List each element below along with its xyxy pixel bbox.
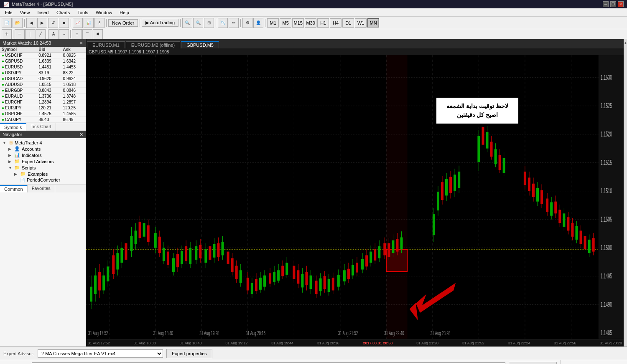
tab-tick-chart[interactable]: Tick Chart <box>26 123 56 131</box>
expert-properties-button[interactable]: Expert properties <box>166 349 212 358</box>
market-row[interactable]: ●USDJPY 83.19 83.22 <box>0 70 86 76</box>
market-row[interactable]: ●EURGBP 0.8843 0.8846 <box>0 88 86 94</box>
market-symbol: ●EURAUD <box>0 94 37 99</box>
vline-btn[interactable]: │ <box>25 29 35 39</box>
symbol-properties-button[interactable]: Symbol properties <box>509 362 557 364</box>
market-ask: 1.4453 <box>61 64 86 70</box>
tf-m1[interactable]: M1 <box>267 18 279 28</box>
nav-expert-advisors[interactable]: ▶ 📁 Expert Advisors <box>2 158 84 164</box>
objects-btn[interactable]: ✏ <box>229 18 239 28</box>
autotrading-button[interactable]: ▶ AutoTrading <box>142 19 178 27</box>
expert-advisor-label: Expert Advisor: <box>3 351 34 356</box>
tf-h1[interactable]: H1 <box>317 18 329 28</box>
market-row[interactable]: ●EURJPY 120.21 120.25 <box>0 105 86 111</box>
delete-btn[interactable]: ✖ <box>93 29 103 39</box>
line-chart-btn[interactable]: 📈 <box>73 18 83 28</box>
symbol-select[interactable]: GBPUSD, Great Britain Pound vs US Dollar <box>32 362 505 364</box>
market-row[interactable]: ●GBPCHF 1.4575 1.4585 <box>0 111 86 117</box>
template-btn[interactable]: ⚙ <box>242 18 252 28</box>
chart-tab-eurusd-m1[interactable]: EURUSD,M1 <box>87 41 125 48</box>
text-btn[interactable]: A <box>48 29 59 39</box>
crosshair-btn[interactable]: ✛ <box>2 29 12 39</box>
svg-rect-132 <box>315 281 318 294</box>
svg-rect-163 <box>386 55 407 339</box>
candle-btn[interactable]: 🕯 <box>94 18 104 28</box>
tf-m5[interactable]: M5 <box>280 18 291 28</box>
nav-period-converter[interactable]: 📄 PeriodConverter <box>2 177 84 183</box>
ea-select[interactable]: 2 MA Crosses Mega filter EA V1.ex4 <box>38 349 163 358</box>
chart-tab-gbpusd-m5[interactable]: GBPUSD,M5 <box>181 41 219 48</box>
window-controls[interactable]: ─ ❐ ✕ <box>603 1 624 7</box>
menu-file[interactable]: File <box>2 9 16 16</box>
nav-accounts[interactable]: ▶ 👤 Accounts <box>2 146 84 152</box>
svg-rect-120 <box>285 263 288 275</box>
market-watch-close[interactable]: ✕ <box>79 40 83 46</box>
market-bid: 1.4575 <box>37 111 61 117</box>
tf-m15[interactable]: M15 <box>292 18 304 28</box>
new-order-button[interactable]: New Order <box>108 19 138 27</box>
chart-tab-eurusd-m2[interactable]: EURUSD,M2 (offline) <box>126 41 180 48</box>
tab-favorites[interactable]: Favorites <box>28 185 55 192</box>
tf-h4[interactable]: H4 <box>330 18 342 28</box>
svg-rect-220 <box>563 213 565 227</box>
menu-view[interactable]: View <box>17 9 33 16</box>
svg-text:1.1510: 1.1510 <box>601 187 612 195</box>
tf-w1[interactable]: W1 <box>355 18 367 28</box>
market-row[interactable]: ●EURAUD 1.3736 1.3748 <box>0 94 86 99</box>
grid-btn[interactable]: ⊞ <box>204 18 214 28</box>
navigator-close[interactable]: ✕ <box>79 132 83 137</box>
svg-text:1.1515: 1.1515 <box>601 159 612 166</box>
tab-common[interactable]: Common <box>0 185 28 192</box>
svg-rect-154 <box>365 255 368 267</box>
period-sep-btn[interactable]: ≡ <box>72 29 82 39</box>
open-btn[interactable]: 📂 <box>13 18 23 28</box>
tf-d1[interactable]: D1 <box>342 18 354 28</box>
market-row[interactable]: ●EURCHF 1.2894 1.2897 <box>0 99 86 105</box>
time-labels: 31 Aug 17:52 31 Aug 18:08 31 Aug 18:40 3… <box>88 341 622 345</box>
reload-btn[interactable]: ↺ <box>48 18 58 28</box>
time-10: 31 Aug 22:56 <box>554 341 576 345</box>
menu-insert[interactable]: Insert <box>34 9 52 16</box>
hline-btn[interactable]: ─ <box>15 29 25 39</box>
svg-rect-40 <box>102 276 105 291</box>
menu-help[interactable]: Help <box>116 9 133 16</box>
annotation-box: لاحظ توقيت بداية الشمعهاصبح كل دقيقتين <box>436 97 519 124</box>
svg-rect-204 <box>528 177 530 191</box>
zoom-in-btn[interactable]: 🔍 <box>182 18 192 28</box>
market-row[interactable]: ●EURUSD 1.4451 1.4453 <box>0 64 86 70</box>
close-button[interactable]: ✕ <box>618 1 624 7</box>
menu-tools[interactable]: Tools <box>74 9 92 16</box>
stop-btn[interactable]: ■ <box>59 18 69 28</box>
tf-mn[interactable]: MN <box>367 18 379 28</box>
menu-charts[interactable]: Charts <box>53 9 73 16</box>
nav-indicators[interactable]: ▶ 📊 Indicators <box>2 152 84 158</box>
bar-chart-btn[interactable]: 📊 <box>84 18 94 28</box>
menu-window[interactable]: Window <box>92 9 115 16</box>
fib-btn[interactable]: ⌒ <box>82 29 92 39</box>
market-ask: 83.22 <box>61 70 86 76</box>
profiles-btn[interactable]: 👤 <box>253 18 263 28</box>
new-btn[interactable]: 📄 <box>2 18 12 28</box>
back-btn[interactable]: ◀ <box>26 18 36 28</box>
svg-rect-178 <box>441 182 443 200</box>
market-row[interactable]: ●AUDUSD 1.0515 1.0518 <box>0 82 86 88</box>
market-watch-header: Market Watch: 16:24:53 ✕ <box>0 39 86 47</box>
nav-metatrader4[interactable]: ▼ 🖥 MetaTrader 4 <box>2 140 84 146</box>
chart-canvas[interactable]: 1.1530 1.1525 1.1520 1.1515 1.1510 1.150… <box>86 55 624 339</box>
market-row[interactable]: ●USDCHF 0.8921 0.8925 <box>0 53 86 58</box>
nav-scripts[interactable]: ▼ 📁 Scripts <box>2 164 84 171</box>
tab-symbols[interactable]: Symbols <box>0 123 26 131</box>
arrow-btn[interactable]: → <box>59 29 69 39</box>
minimize-button[interactable]: ─ <box>603 1 609 7</box>
tf-m30[interactable]: M30 <box>305 18 316 28</box>
line-btn[interactable]: ╱ <box>36 29 46 39</box>
market-row[interactable]: ●CADJPY 86.43 86.49 <box>0 117 86 123</box>
forward-btn[interactable]: ▶ <box>37 18 47 28</box>
indicators-btn[interactable]: 📉 <box>218 18 228 28</box>
nav-examples[interactable]: ▶ 📁 Examples <box>2 171 84 177</box>
market-row[interactable]: ●USDCAD 0.9620 0.9624 <box>0 76 86 82</box>
zoom-out-btn[interactable]: 🔍 <box>193 18 203 28</box>
market-row[interactable]: ●GBPUSD 1.6339 1.6342 <box>0 58 86 64</box>
market-ask: 1.6342 <box>61 58 86 64</box>
restore-button[interactable]: ❐ <box>610 1 616 7</box>
